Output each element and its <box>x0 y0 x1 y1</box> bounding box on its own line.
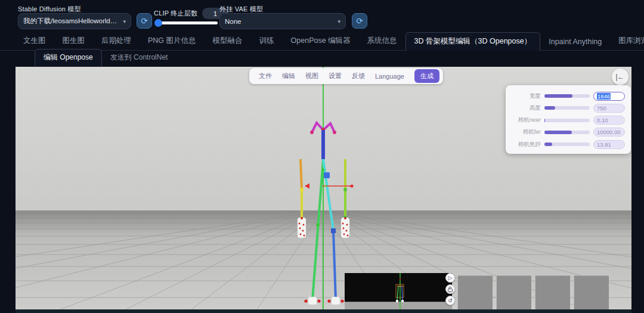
width-slider[interactable] <box>544 94 590 98</box>
tab-txt2img[interactable]: 文生图 <box>15 32 54 50</box>
skeleton-left-leg[interactable] <box>312 159 323 300</box>
focal-length-slider[interactable] <box>544 142 590 146</box>
collapse-icon: |← <box>615 73 624 81</box>
preview-plane-3[interactable] <box>535 275 570 309</box>
tab-img2img[interactable]: 图生图 <box>54 32 94 50</box>
focal-length-label: 相机焦距 <box>510 141 541 148</box>
height-slider-fill <box>544 106 555 110</box>
slider-row-height: 高度 750 <box>510 103 625 113</box>
tab-train[interactable]: 训练 <box>251 32 283 50</box>
sd-model-dropdown[interactable]: 我的下载/leosamsHelloworldSDXL_helloworld ▾ <box>18 13 131 29</box>
viewport-menu-bar: 文件 编辑 视图 设置 反馈 Language 生成 <box>249 68 443 84</box>
slider-row-camera-near: 相机near 0.10 <box>510 116 625 125</box>
sd-model-value: 我的下载/leosamsHelloworldSDXL_helloworld <box>23 17 119 26</box>
preview-undo-button[interactable]: ↺ <box>445 296 455 305</box>
refresh-icon: ⟳ <box>356 16 363 26</box>
height-label: 高度 <box>510 104 541 112</box>
tab-checkpoint-merger[interactable]: 模型融合 <box>205 32 251 50</box>
tab-image-browser[interactable]: 图库浏览器 <box>610 32 644 50</box>
clip-skip-row: CLIP 终止层数 1 <box>154 8 228 19</box>
sd-model-label: Stable Diffusion 模型 <box>18 5 81 14</box>
preview-plane-4[interactable] <box>574 275 609 309</box>
tab-extras[interactable]: 后期处理 <box>93 32 140 50</box>
refresh-icon: ⟳ <box>141 16 148 26</box>
slider-row-width: 宽度 1646 <box>510 91 625 101</box>
vae-value: None <box>225 18 334 25</box>
width-value: 1646 <box>597 93 611 100</box>
menu-file[interactable]: 文件 <box>259 72 272 80</box>
camera-far-slider-fill <box>544 131 572 134</box>
sub-tab-bar: 编辑 Openpose 发送到 ControlNet <box>35 51 176 66</box>
focal-length-slider-fill <box>544 142 552 146</box>
camera-far-input[interactable]: 10000.00 <box>593 128 625 137</box>
camera-settings-panel: 宽度 1646 高度 750 相机near 0.10 相机far 10000.0… <box>506 85 631 154</box>
generate-button[interactable]: 生成 <box>414 69 439 83</box>
camera-near-slider-fill <box>544 119 546 122</box>
camera-far-slider[interactable] <box>544 131 590 134</box>
preview-plane-1[interactable] <box>457 275 493 309</box>
main-tab-bar: 文生图 图生图 后期处理 PNG 图片信息 模型融合 训练 OpenPose 编… <box>0 34 644 51</box>
camera-far-label: 相机far <box>510 128 541 136</box>
clip-skip-label: CLIP 终止层数 <box>154 9 197 18</box>
width-input[interactable]: 1646 <box>593 92 625 101</box>
preview-lock-button[interactable] <box>445 284 455 294</box>
play-icon: ▷ <box>448 275 453 281</box>
collapse-panel-button[interactable]: |← <box>612 69 628 85</box>
tab-png-info[interactable]: PNG 图片信息 <box>140 32 205 50</box>
clip-skip-slider[interactable] <box>156 21 218 24</box>
width-slider-fill <box>544 94 572 98</box>
camera-near-input[interactable]: 0.10 <box>593 116 625 125</box>
chevron-down-icon: ▾ <box>123 18 126 24</box>
height-value: 750 <box>597 105 606 111</box>
camera-far-value: 10000.00 <box>597 129 621 135</box>
top-bar: Stable Diffusion 模型 我的下载/leosamsHellowor… <box>0 0 644 33</box>
slider-row-focal-length: 相机焦距 13.81 <box>510 140 625 149</box>
viewport-bottom-edge <box>16 309 631 313</box>
focal-length-value: 13.81 <box>597 141 611 148</box>
tab-openpose-editor[interactable]: OpenPose 编辑器 <box>283 32 359 50</box>
menu-edit[interactable]: 编辑 <box>282 72 295 80</box>
skeleton-right-leg[interactable] <box>323 159 336 300</box>
camera-near-label: 相机near <box>510 116 541 124</box>
skeleton-right-arm[interactable] <box>343 159 347 219</box>
camera-near-slider[interactable] <box>544 119 590 122</box>
vae-dropdown[interactable]: None ▾ <box>219 13 346 29</box>
slider-row-camera-far: 相机far 10000.00 <box>510 128 625 137</box>
pose-3d-viewport[interactable]: 文件 编辑 视图 设置 反馈 Language 生成 |← 宽度 1646 高度… <box>16 67 631 309</box>
subtab-send-to-controlnet[interactable]: 发送到 ControlNet <box>102 49 177 66</box>
tab-inpaint-anything[interactable]: Inpaint Anything <box>540 34 610 50</box>
width-label: 宽度 <box>510 92 541 100</box>
camera-near-value: 0.10 <box>597 117 608 123</box>
height-slider[interactable] <box>544 106 590 110</box>
preview-play-button[interactable]: ▷ <box>445 273 455 283</box>
vae-label: 外挂 VAE 模型 <box>219 5 263 14</box>
menu-feedback[interactable]: 反馈 <box>352 72 365 80</box>
focal-length-input[interactable]: 13.81 <box>593 140 625 149</box>
preview-plane-2[interactable] <box>496 275 531 309</box>
undo-icon: ↺ <box>448 297 453 303</box>
clip-skip-slider-thumb[interactable] <box>154 19 162 27</box>
skeleton-left-hand[interactable] <box>298 217 306 238</box>
skeleton-left-foot[interactable] <box>304 297 320 305</box>
menu-view[interactable]: 视图 <box>305 72 318 80</box>
sd-model-refresh-button[interactable]: ⟳ <box>137 13 152 29</box>
mini-skeleton <box>345 273 452 309</box>
skeleton-right-hand[interactable] <box>341 217 349 238</box>
tab-3d-openpose[interactable]: 3D 骨架模型编辑（3D Openpose） <box>405 32 541 51</box>
vae-refresh-button[interactable]: ⟳ <box>352 13 367 29</box>
subtab-edit-openpose[interactable]: 编辑 Openpose <box>35 49 102 66</box>
output-preview-viewport[interactable]: ▷ ↺ <box>345 273 452 309</box>
menu-language[interactable]: Language <box>375 73 404 80</box>
skeleton-left-arm[interactable] <box>300 159 304 218</box>
chevron-down-icon: ▾ <box>338 18 340 24</box>
height-input[interactable]: 750 <box>593 104 625 113</box>
menu-settings[interactable]: 设置 <box>329 72 342 80</box>
tab-system-info[interactable]: 系统信息 <box>359 32 405 50</box>
lock-icon <box>448 287 453 292</box>
skeleton-right-foot[interactable] <box>327 297 343 305</box>
